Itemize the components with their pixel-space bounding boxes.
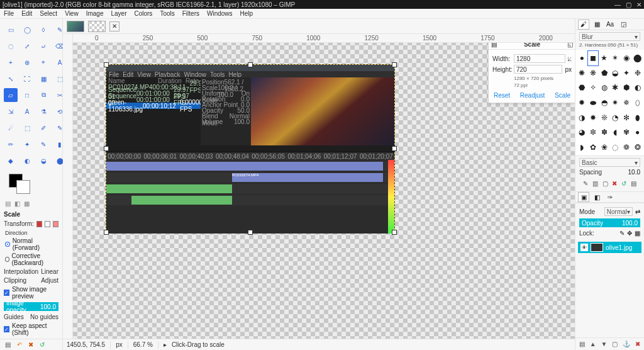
brush-item[interactable]: ✼ [588,125,599,140]
transform-handle-ne[interactable] [392,62,397,67]
brush-item[interactable]: ✱ [610,81,621,95]
image-tab-2[interactable] [88,21,106,32]
brush-item[interactable]: ✶ [610,51,621,65]
brush-item[interactable]: ✧ [588,81,599,95]
lock-pixels-icon[interactable]: ✎ [619,230,625,237]
brush-item[interactable]: ◕ [577,125,587,140]
clipping-value[interactable]: Adjust [41,277,58,284]
images-icon[interactable]: ▦ [24,200,30,207]
new-layer-icon[interactable]: ▤ [579,341,585,347]
delete-layer-icon[interactable]: ✖ [635,341,640,347]
del-brush-icon[interactable]: ✖ [612,180,617,187]
scale-apply-button[interactable]: Scale [555,92,570,99]
brush-item[interactable]: ⬤ [632,51,643,65]
tool-9[interactable]: ⊕ [20,55,34,69]
tool-29[interactable]: ✦ [20,137,34,151]
brush-item[interactable]: ◐ [632,81,643,95]
brush-item[interactable]: ◗ [577,140,587,154]
brush-item[interactable]: ✸ [588,110,599,125]
patterns-tab[interactable]: ▦ [591,20,602,30]
delete-icon[interactable]: ✖ [28,341,33,348]
tool-5[interactable]: ⤢ [20,39,34,53]
brush-item[interactable]: ✦ [621,66,632,81]
raise-layer-icon[interactable]: ▲ [590,341,596,347]
guides-value[interactable]: No guides [30,313,58,320]
scale-readjust-button[interactable]: Readjust [520,92,545,99]
brush-item[interactable]: ⬯ [632,96,643,110]
menu-filters[interactable]: Filters [182,10,199,17]
brush-item[interactable]: ✺ [577,66,587,81]
scale-height-input[interactable]: 720 [514,65,562,74]
tool-22[interactable]: ⚗ [36,104,50,118]
channels-tab[interactable]: ◧ [591,192,602,202]
transform-handle-s[interactable] [248,230,253,235]
chain-icon[interactable]: ⟀ [568,55,572,62]
brush-item[interactable]: ⬟ [599,66,609,81]
brush-item[interactable]: ⬢ [621,81,632,95]
brush-item[interactable]: ◍ [599,81,609,95]
paths-tab[interactable]: ✑ [604,192,616,202]
brush-item[interactable]: ❉ [632,66,643,81]
open-as-image-icon[interactable]: ▤ [631,180,636,187]
keep-aspect-checkbox[interactable]: ✓Keep aspect (Shift) [4,322,58,336]
tool-preset-icon[interactable]: ▤ [5,200,11,207]
radio-direction-normal[interactable]: Normal (Forward) [5,237,58,251]
brush-item[interactable]: ⬬ [588,96,599,110]
tool-6[interactable]: ⤾ [36,39,50,53]
menu-view[interactable]: View [65,10,79,17]
layer-mode-combo[interactable]: Normal▾ [604,207,633,216]
brush-item[interactable]: ◌ [610,140,621,154]
undo-icon[interactable]: ↶ [17,341,22,348]
tool-24[interactable]: ☄ [4,121,18,135]
brush-item[interactable]: ◒ [610,66,621,81]
brushes-tab[interactable]: 🖌 [578,20,589,30]
scale-dialog-detach-icon[interactable]: ◱ [567,43,573,48]
scale-dialog[interactable]: ▤ Scale ◱ Width: 1280 ⟀ [488,43,575,103]
brush-item[interactable]: ❂ [632,140,643,154]
tool-10[interactable]: ⌖ [36,55,50,69]
transform-handle-e[interactable] [392,146,397,151]
visibility-icon[interactable]: 👁 [580,244,588,251]
brush-item[interactable]: ✿ [588,140,599,154]
save-preset-icon[interactable]: ▤ [5,341,11,348]
dup-brush-icon[interactable]: ▢ [602,180,608,187]
scale-reset-button[interactable]: Reset [494,92,510,99]
transform-handle-w[interactable] [104,146,109,151]
brush-item[interactable]: ◑ [577,110,587,125]
status-unit[interactable]: px [116,341,123,348]
brush-item[interactable]: ◔ [610,110,621,125]
history-tab[interactable]: ◲ [618,20,629,30]
tool-26[interactable]: ✐ [36,121,50,135]
brush-item[interactable]: ◉ [621,51,632,65]
canvas[interactable]: FileEditViewPlaybackWindowToolsHelp Name… [73,43,575,339]
edit-brush-icon[interactable]: ✎ [583,180,588,187]
fonts-tab[interactable]: Aa [604,20,616,30]
brush-item[interactable]: ❊ [599,110,609,125]
background-color[interactable] [16,180,30,194]
brush-item[interactable]: ❀ [599,140,609,154]
transform-path-icon[interactable] [53,221,58,227]
transform-selection-icon[interactable] [45,221,50,227]
tool-4[interactable]: ◌ [4,39,18,53]
tool-0[interactable]: ▭ [4,23,18,37]
brush-item[interactable]: ◓ [599,96,609,110]
brush-filter[interactable]: Blur▾ [579,32,640,41]
image-opacity-slider[interactable]: Image opacity 100.0 [4,302,58,311]
tool-2[interactable]: ◊ [36,23,50,37]
scale-dialog-config-icon[interactable]: ▤ [491,43,497,48]
menu-tools[interactable]: Tools [160,10,174,17]
transform-handle-sw[interactable] [104,230,109,235]
scale-width-input[interactable]: 1280 [514,54,565,63]
image-layer[interactable]: FileEditViewPlaybackWindowToolsHelp Name… [106,64,395,233]
brush-preset-combo[interactable]: Basic▾ [579,158,640,167]
unit-selector[interactable]: px [565,66,572,73]
transform-layer-icon[interactable] [36,221,42,227]
menu-windows[interactable]: Windows [207,10,233,17]
transform-handle-se[interactable] [392,230,397,235]
menu-layer[interactable]: Layer [111,10,126,17]
maximize-icon[interactable]: ▢ [626,1,631,8]
brush-item[interactable]: ❁ [621,140,632,154]
status-zoom[interactable]: 66.7 % [133,341,153,348]
lower-layer-icon[interactable]: ▼ [601,341,608,347]
fg-bg-color[interactable] [5,174,57,196]
